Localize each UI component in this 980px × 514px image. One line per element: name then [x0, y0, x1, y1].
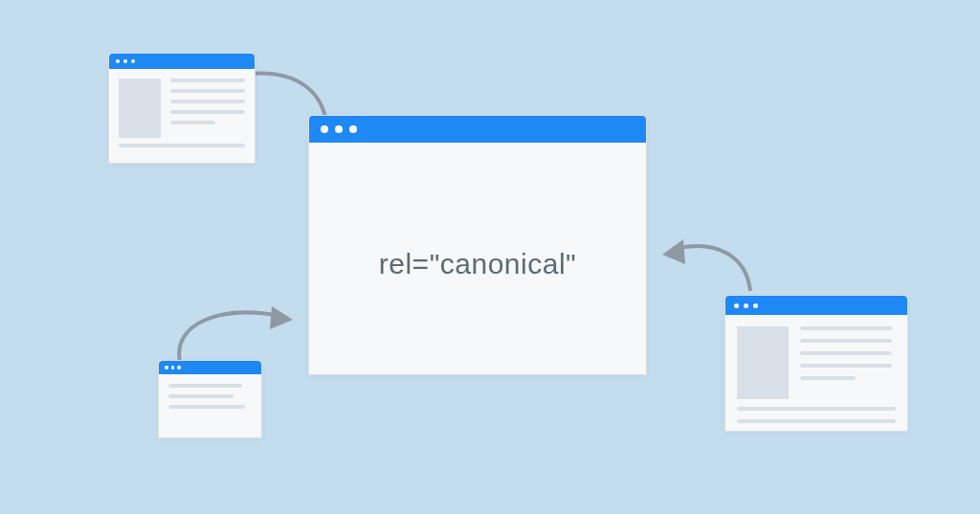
window-content: [159, 374, 261, 425]
content-text-line: [170, 100, 245, 103]
duplicate-page-window-top-left: [108, 53, 256, 164]
window-titlebar: [159, 361, 261, 374]
window-titlebar: [109, 54, 255, 69]
duplicate-page-window-bottom-left: [158, 360, 262, 438]
content-text-line: [800, 351, 892, 355]
window-dot-icon: [349, 125, 357, 133]
window-content: [109, 69, 255, 164]
window-dot-icon: [123, 59, 127, 63]
window-dot-icon: [131, 59, 135, 63]
content-text-line: [168, 394, 234, 398]
canonical-label: rel="canonical": [309, 248, 646, 280]
window-titlebar: [725, 296, 907, 315]
content-text-line: [170, 110, 245, 114]
window-dot-icon: [177, 366, 181, 369]
content-text-line: [168, 405, 245, 409]
window-dot-icon: [753, 303, 758, 308]
svg-marker-1: [270, 306, 293, 329]
window-titlebar: [309, 116, 646, 143]
window-dot-icon: [744, 303, 748, 308]
content-text-line: [800, 339, 892, 343]
window-dot-icon: [171, 366, 175, 369]
svg-marker-2: [662, 239, 685, 264]
content-text-line: [170, 78, 245, 82]
content-text-line: [737, 419, 896, 423]
duplicate-page-window-right: [724, 295, 908, 432]
content-text-line: [168, 384, 242, 388]
window-dot-icon: [335, 125, 343, 133]
content-text-line: [800, 376, 856, 380]
window-content: [725, 315, 907, 443]
content-thumbnail-placeholder: [737, 326, 789, 399]
window-dot-icon: [116, 59, 120, 63]
content-text-line: [737, 407, 896, 411]
content-text-line: [119, 144, 245, 147]
window-dot-icon: [165, 366, 168, 369]
content-thumbnail-placeholder: [119, 78, 161, 138]
content-text-line: [800, 364, 892, 368]
content-text-line: [800, 326, 892, 330]
canonical-page-window: rel="canonical": [308, 115, 647, 375]
content-text-line: [170, 121, 215, 124]
window-dot-icon: [321, 125, 328, 133]
content-text-line: [170, 89, 245, 93]
window-dot-icon: [734, 303, 739, 308]
